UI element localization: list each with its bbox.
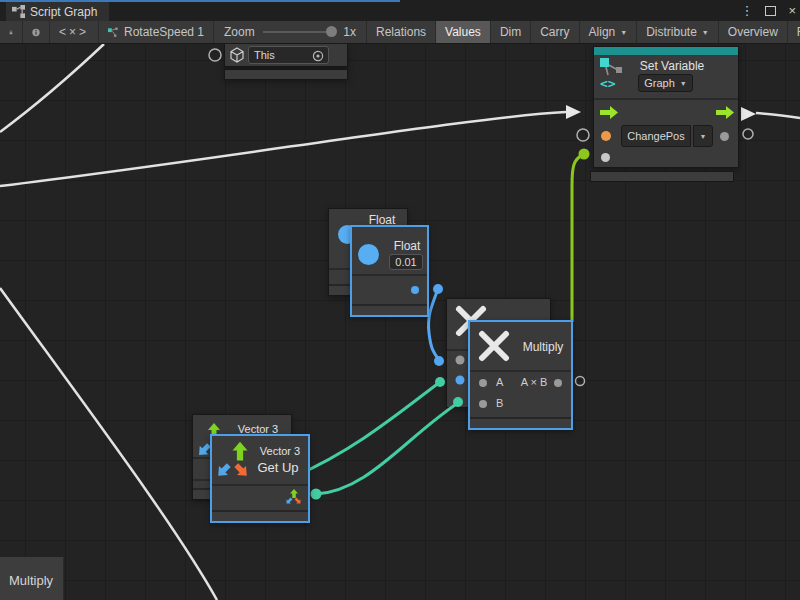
node-this[interactable]: This: [224, 44, 348, 67]
float-type-icon: [358, 244, 379, 265]
tab-script-graph[interactable]: Script Graph: [6, 2, 109, 21]
node-vector3-duplicate[interactable]: Vector 3 Get Up: [210, 434, 310, 523]
focus-highlight-line: [0, 0, 400, 2]
chevron-down-icon: ▼: [620, 29, 627, 36]
graph-toolbar: <×> RotateSpeed 1 Zoom 1x Relations Valu…: [0, 21, 800, 44]
multiply-port-a[interactable]: [479, 379, 487, 387]
this-object-field[interactable]: This: [248, 46, 329, 64]
zoom-value: 1x: [343, 25, 356, 39]
graph-asset-icon: [108, 26, 118, 39]
zoom-label: Zoom: [224, 25, 255, 39]
value-input-port[interactable]: [601, 153, 610, 162]
unity-visual-scripting-window: Script Graph ⋮ × <×>: [0, 0, 800, 600]
close-icon[interactable]: ×: [788, 3, 796, 18]
variable-name-dropdown-button[interactable]: ▼: [693, 125, 713, 147]
variable-name-port[interactable]: [601, 131, 611, 141]
info-button[interactable]: [23, 21, 50, 43]
svg-text:<>: <>: [600, 76, 616, 90]
window-controls: ⋮ ×: [740, 0, 796, 21]
game-object-cube-icon: [229, 47, 245, 63]
chevron-down-icon: ▼: [702, 29, 709, 36]
arrow-down-right-icon: [233, 462, 250, 479]
control-input-port[interactable]: [600, 106, 618, 119]
chevron-down-icon: ▼: [700, 133, 707, 140]
node-multiply-duplicate[interactable]: Multiply A A × B B: [468, 320, 573, 430]
control-output-port[interactable]: [716, 106, 734, 119]
toolbar-button-relations[interactable]: Relations: [367, 21, 436, 43]
multiply-port-b[interactable]: [479, 400, 487, 408]
multiply-icon: [478, 330, 510, 362]
toolbar-button-fullscreen[interactable]: Full Screen: [788, 21, 800, 43]
toolbar-button-values[interactable]: Values: [436, 21, 491, 43]
graph-reference-label: RotateSpeed 1: [124, 25, 204, 39]
window-menu-icon[interactable]: ⋮: [740, 3, 753, 18]
toolbar-button-carry[interactable]: Carry: [531, 21, 579, 43]
zoom-slider[interactable]: [263, 31, 336, 33]
toolbar-button-align[interactable]: Align▼: [580, 21, 638, 43]
node-footer: [352, 304, 427, 315]
float-value-field[interactable]: 0.01: [389, 254, 423, 270]
graph-breadcrumb[interactable]: RotateSpeed 1: [99, 21, 214, 43]
node-footer: [212, 510, 308, 521]
arrow-up-icon: [230, 440, 250, 462]
object-picker-icon[interactable]: [312, 50, 324, 62]
info-icon: [32, 26, 40, 39]
lock-button[interactable]: [0, 21, 23, 43]
variable-header-strip: [594, 47, 738, 55]
graph-window-icon: [12, 5, 25, 18]
code-toggle-icon: <×>: [59, 25, 89, 39]
node-set-variable[interactable]: <> Set Variable Graph ▼ ChangePos ▼: [593, 46, 739, 168]
variable-output-port[interactable]: [720, 132, 729, 141]
lock-icon: [9, 26, 13, 39]
tab-bar: Script Graph ⋮ ×: [0, 0, 800, 21]
multiply-tooltip: Multiply: [0, 557, 64, 600]
maximize-icon[interactable]: [765, 6, 776, 16]
multiply-result-port[interactable]: [554, 379, 562, 387]
variable-scope-dropdown[interactable]: Graph ▼: [638, 74, 693, 92]
vector3-output-port[interactable]: [284, 488, 303, 507]
arrow-down-left-icon: [215, 462, 232, 479]
zoom-slider-handle[interactable]: [326, 26, 337, 37]
float-output-port[interactable]: [411, 286, 419, 294]
node-footer: [470, 417, 571, 428]
set-variable-icon: <>: [599, 58, 627, 90]
toolbar-button-distribute[interactable]: Distribute▼: [637, 21, 719, 43]
node-this-footer: [224, 69, 348, 80]
zoom-control: Zoom 1x: [214, 21, 367, 43]
node-set-variable-footer: [590, 171, 734, 182]
tab-label: Script Graph: [30, 5, 97, 19]
code-preview-toggle[interactable]: <×>: [50, 21, 99, 43]
chevron-down-icon: ▼: [680, 80, 687, 87]
toolbar-button-dim[interactable]: Dim: [491, 21, 531, 43]
node-float-duplicate[interactable]: Float 0.01: [350, 225, 429, 317]
variable-name-field[interactable]: ChangePos: [621, 125, 691, 147]
toolbar-button-overview[interactable]: Overview: [719, 21, 788, 43]
